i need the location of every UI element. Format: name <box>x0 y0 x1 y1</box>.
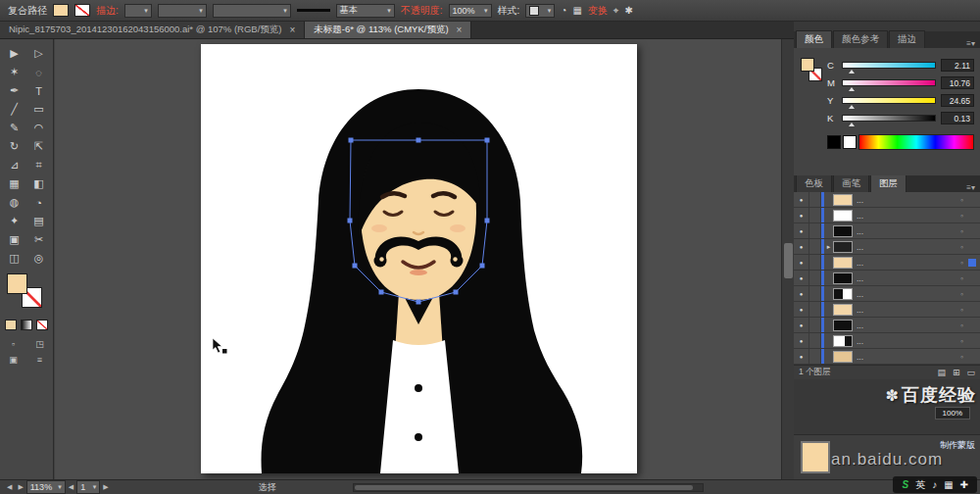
layer-thumbnail[interactable] <box>833 351 853 363</box>
tab-stroke[interactable]: 描边 <box>889 30 925 48</box>
layer-row[interactable]: ... <box>794 208 980 223</box>
ime-tools-icon[interactable]: ✚ <box>960 479 968 490</box>
delete-layer-icon[interactable]: ▭ <box>966 368 975 377</box>
layer-name[interactable]: ... <box>857 242 956 252</box>
layer-name[interactable]: ... <box>857 289 956 299</box>
lock-cell[interactable] <box>809 302 821 317</box>
layer-thumbnail[interactable] <box>833 225 853 237</box>
tool-icon[interactable]: ↻ <box>2 137 26 156</box>
vertical-scrollbar-thumb[interactable] <box>784 243 793 278</box>
channel-value[interactable]: 2.11 <box>941 59 974 72</box>
lock-cell[interactable] <box>809 208 821 222</box>
gradient-mode-icon[interactable] <box>21 320 32 330</box>
tool-icon[interactable]: ✒ <box>2 81 26 100</box>
channel-slider[interactable] <box>842 62 936 69</box>
lock-cell[interactable] <box>809 349 821 364</box>
target-icon[interactable] <box>956 352 968 362</box>
tool-icon[interactable]: ◠ <box>26 119 51 137</box>
style-dropdown[interactable] <box>525 4 555 18</box>
visibility-eye-icon[interactable] <box>794 239 809 254</box>
layer-thumbnail[interactable] <box>833 320 853 331</box>
tool-icon[interactable]: ▣ <box>2 230 26 249</box>
channel-slider[interactable] <box>842 97 936 104</box>
layer-thumbnail[interactable] <box>833 241 853 253</box>
tool-icon[interactable]: ▷ <box>26 44 51 63</box>
transparency-thumbnail[interactable] <box>801 441 830 473</box>
white-swatch[interactable] <box>843 135 857 149</box>
tab-color[interactable]: 颜色 <box>796 30 832 48</box>
horizontal-scrollbar-thumb[interactable] <box>355 485 693 490</box>
slider-knob-icon[interactable] <box>849 123 855 126</box>
layer-thumbnail[interactable] <box>833 304 853 316</box>
visibility-eye-icon[interactable] <box>794 318 809 332</box>
fill-proxy-swatch[interactable] <box>7 273 27 294</box>
panel-fill-swatch[interactable] <box>801 58 814 72</box>
target-icon[interactable] <box>956 321 968 330</box>
target-icon[interactable] <box>956 305 968 315</box>
target-icon[interactable] <box>956 273 968 283</box>
settings-icon[interactable]: ✱ <box>624 5 632 16</box>
artboard[interactable] <box>201 44 637 473</box>
align-grid-icon[interactable]: ▦ <box>572 5 581 16</box>
lock-cell[interactable] <box>809 223 821 238</box>
tool-icon[interactable]: ▦ <box>2 174 26 193</box>
layer-row[interactable]: ▸ ... <box>794 239 980 255</box>
tool-icon[interactable]: T <box>26 81 51 100</box>
visibility-eye-icon[interactable] <box>794 349 809 364</box>
visibility-eye-icon[interactable] <box>794 223 809 238</box>
target-icon[interactable] <box>956 211 968 221</box>
layer-name[interactable]: ... <box>857 273 956 283</box>
tool-icon[interactable]: ▤ <box>26 212 51 230</box>
target-icon[interactable] <box>956 242 968 252</box>
tool-icon[interactable]: ✂ <box>26 230 51 249</box>
lock-cell[interactable] <box>809 192 821 207</box>
target-icon[interactable] <box>956 289 968 299</box>
layer-thumbnail[interactable] <box>833 257 853 269</box>
tool-icon[interactable]: ▭ <box>26 100 51 119</box>
layer-row[interactable]: ... <box>794 255 980 271</box>
channel-value[interactable]: 24.65 <box>941 94 974 107</box>
layer-name[interactable]: ... <box>857 211 956 221</box>
tool-icon[interactable]: ✎ <box>2 119 26 137</box>
layer-thumbnail[interactable] <box>833 194 853 206</box>
document-tab-nipic[interactable]: Nipic_8175703_20141230162043156000.ai* @… <box>0 22 305 38</box>
tool-icon[interactable]: ▶ <box>2 44 26 63</box>
layer-row[interactable]: ... <box>794 286 980 302</box>
draw-mode-icon[interactable]: ≡ <box>26 352 53 368</box>
tool-icon[interactable]: ⌗ <box>26 156 51 174</box>
stroke-weight-dropdown[interactable] <box>124 4 152 18</box>
target-icon[interactable] <box>956 195 968 205</box>
expander-icon[interactable]: ▸ <box>824 243 833 251</box>
next-artboard-icon[interactable]: ▶ <box>100 483 111 491</box>
color-mode-icon[interactable] <box>5 320 17 330</box>
make-mask-icon[interactable]: ▤ <box>937 368 946 377</box>
tool-icon[interactable]: ⇱ <box>26 137 51 156</box>
scroll-left-icon[interactable]: ◀ <box>4 483 15 491</box>
ime-language-toggle[interactable]: 英 <box>915 478 925 492</box>
channel-slider[interactable] <box>842 115 936 122</box>
stroke-color-swatch[interactable] <box>74 4 90 17</box>
layer-row[interactable]: ... <box>794 302 980 318</box>
layer-row[interactable]: ... <box>794 271 980 286</box>
layer-name[interactable]: ... <box>857 336 956 346</box>
channel-value[interactable]: 10.76 <box>941 76 974 89</box>
tool-icon[interactable]: ✦ <box>2 212 26 230</box>
target-icon[interactable] <box>956 336 968 346</box>
document-tab-untitled[interactable]: 未标题-6* @ 113% (CMYK/预览) × <box>305 22 471 38</box>
layer-thumbnail[interactable] <box>833 272 853 284</box>
zoom-dropdown[interactable]: 113% <box>26 480 66 494</box>
lock-cell[interactable] <box>809 255 821 270</box>
visibility-eye-icon[interactable] <box>794 255 809 270</box>
target-icon[interactable] <box>956 258 968 268</box>
slider-knob-icon[interactable] <box>849 87 855 91</box>
brush-definition-dropdown[interactable]: 基本 <box>336 4 395 18</box>
slider-knob-icon[interactable] <box>849 70 855 74</box>
layer-name[interactable]: ... <box>857 258 956 268</box>
transform-label[interactable]: 变换 <box>588 4 608 18</box>
tab-swatches[interactable]: 色板 <box>796 174 832 192</box>
visibility-eye-icon[interactable] <box>794 333 809 348</box>
layer-name[interactable]: ... <box>857 305 956 315</box>
layer-row[interactable]: ... <box>794 318 980 333</box>
ime-keyboard-icon[interactable]: ▦ <box>944 479 953 490</box>
layer-row[interactable]: ... <box>794 223 980 239</box>
